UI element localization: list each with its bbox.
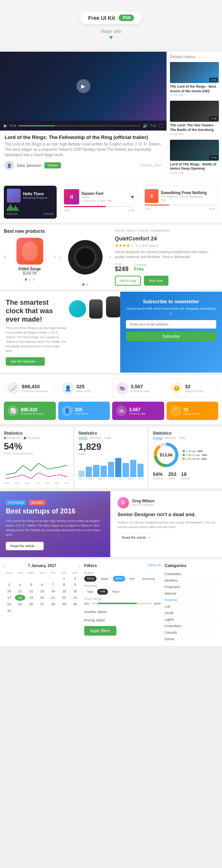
promo-section: The smartest clock that was ever made! T… [0,292,120,373]
related-video-3[interactable]: 4:19 Lord of The Rings - Battle of Helms… [170,140,219,175]
cal-day[interactable]: 30 [70,601,80,607]
add-to-bag-button[interactable]: Add to bag [115,276,141,286]
cal-day[interactable]: 20 [37,595,47,601]
buy-now-button[interactable]: Buy Now [144,276,168,286]
cal-day[interactable]: 8 [59,582,70,588]
read-article-left-button[interactable]: Read the article → [6,542,44,550]
cal-day[interactable]: 22 [59,595,70,601]
cal-day[interactable]: 17 [4,595,15,601]
brand-options: Sony Apple Bose Dell Samsung [84,576,161,582]
cal-day[interactable]: 2 [70,575,80,581]
cal-day[interactable]: 28 [48,601,59,607]
heart-icon-music[interactable]: ♥ [131,194,134,200]
products-next-button[interactable]: › [54,253,56,260]
cal-day[interactable]: 9 [70,582,80,588]
cal-day[interactable]: 27 [37,601,47,607]
brand-dell[interactable]: Dell [126,576,138,582]
chart2-tab-daily[interactable]: Daily [104,436,111,440]
music-section: Hello There Sleeping Dragons 0:01:080:03… [0,181,222,222]
housing-floor[interactable]: Floor [109,589,122,595]
products-prev-button[interactable]: ‹ [4,253,6,260]
brand-samsung[interactable]: Samsung [139,576,158,582]
chart1-tab-streaming[interactable]: Streaming [4,436,21,440]
cal-day[interactable]: 29 [59,601,70,607]
music-progress-2[interactable] [64,206,134,207]
cal-day[interactable]: 12 [26,588,36,594]
cal-day[interactable]: 1 [59,575,70,581]
cat-consols[interactable]: Consols [165,629,218,636]
housing-hall[interactable]: Hall [97,589,108,595]
cat-internal[interactable]: Internal [165,590,218,597]
newsletter-email-input[interactable] [126,320,216,329]
cal-day[interactable]: 26 [26,601,36,607]
cal-day[interactable]: 16 [70,588,80,594]
cal-day[interactable]: 4 [15,582,26,588]
cat-lcd[interactable]: Lcd [165,603,218,610]
cat-lights[interactable]: Lights [165,616,218,623]
cal-day[interactable]: 19 [26,595,36,601]
video-play-button[interactable]: ▶ [77,79,90,93]
headphones-prev[interactable]: ‹ [59,254,61,261]
see-features-button[interactable]: See the features → [6,357,45,366]
read-article-right-button[interactable]: Read the article → [118,533,155,542]
brand-sony[interactable]: Sony [84,576,96,582]
cat-monitors[interactable]: Monitors [165,577,218,584]
video-thumbnail[interactable]: ▶ [0,52,166,121]
cal-day[interactable]: 7 [48,582,59,588]
headphones-next[interactable]: › [109,254,111,261]
progress-bar[interactable] [19,125,141,126]
related-video-1[interactable]: 2:41 The Lord of the Rings - Best Scene … [170,62,219,97]
chart3-tab-daily[interactable]: Daily [179,436,186,440]
cal-day[interactable]: 21 [48,595,59,601]
cat-small[interactable]: Small [165,610,218,616]
cat-external[interactable]: External [165,597,218,603]
cat-projectors[interactable]: Projectors [165,584,218,590]
duration-1: 2:41 [209,78,218,82]
chart1-tab-incoming[interactable]: Incoming [24,436,39,440]
promo-title: The smartest clock that was ever made! [6,299,67,324]
cal-day[interactable]: 25 [15,601,26,607]
cal-day[interactable]: 31 [4,608,15,614]
music-time-3: 1:524:16 [145,207,215,211]
chart3-tab-yearly[interactable]: Yearly [153,436,162,440]
volume-icon[interactable]: 🔊 [143,124,147,128]
clear-all-button[interactable]: Clear All [148,563,161,568]
chart2-tab-monthly[interactable]: Monthly [90,436,101,440]
blog-text-right: Position of a Senior Designer isn't the … [118,520,216,530]
brand-apple[interactable]: Apple [98,576,111,582]
related-video-2[interactable]: 4:16 The Lord: The Two Towers - The Batt… [170,101,219,136]
cal-day[interactable]: 11 [15,588,26,594]
price-range-track[interactable] [91,603,152,604]
cal-next-button[interactable]: › [79,563,80,569]
cal-day[interactable]: 5 [26,582,36,588]
cal-prev-button[interactable]: ‹ [4,563,5,569]
bar-chart [78,458,144,477]
cat-computers[interactable]: Computers [165,571,218,577]
cal-day[interactable]: 15 [59,588,70,594]
cal-day[interactable]: 23 [70,595,80,601]
subscribe-button[interactable]: Subscribe [126,332,216,341]
cal-day[interactable]: 13 [37,588,47,594]
chart3-tab-monthly[interactable]: Monthly [165,436,176,440]
cat-extras[interactable]: Extras [165,636,218,642]
cal-day[interactable]: 14 [48,588,59,594]
fullscreen-icon[interactable]: ⛶ [159,124,163,128]
cat-controllers[interactable]: Controllers [165,623,218,629]
related-thumb-3: 4:19 [170,140,219,161]
cal-day[interactable]: 18 [15,595,26,601]
products-nav: ‹ Fetbit Sorge $169.99 › [4,238,56,275]
apply-filters-button[interactable]: Apply filters [84,626,116,636]
music-progress-3[interactable] [145,204,215,206]
categories-list: Computers Monitors Projectors Internal E… [165,571,218,642]
cal-day[interactable]: 24 [4,601,15,607]
housing-wall[interactable]: Wall [84,589,96,595]
legend-item-1: 1.19 est 48% [183,450,207,453]
cal-day[interactable]: 3 [4,582,15,588]
cal-day[interactable]: 10 [4,588,15,594]
brand-bose[interactable]: Bose [113,576,125,582]
chart2-tab-yearly[interactable]: Yearly [78,436,88,440]
blog-card-right: G Greg Wilson Senior Designer Senior Des… [112,491,222,557]
follow-button[interactable]: Follow [44,162,60,168]
cal-day[interactable]: 6 [37,582,47,588]
play-icon[interactable]: ▶ [4,123,7,128]
